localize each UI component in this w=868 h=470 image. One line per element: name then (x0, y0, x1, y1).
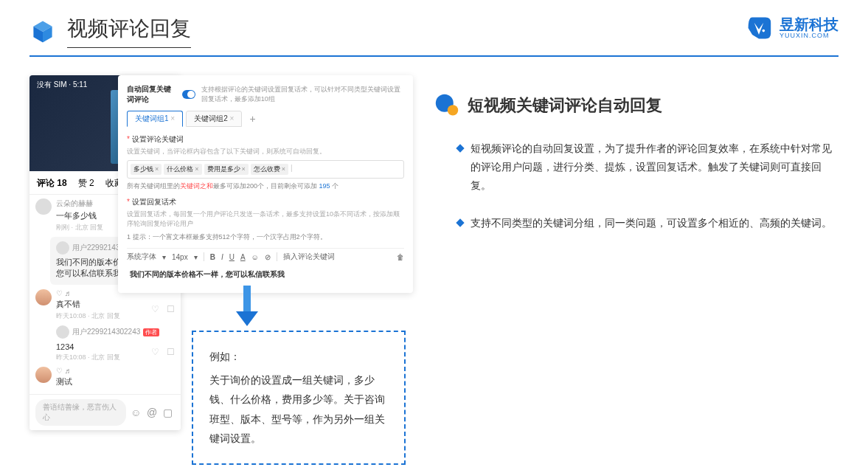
feature-item: 支持不同类型的关键词分组，同一类问题，可设置多个相近的、高频的关键词。 (457, 214, 839, 232)
svg-rect-1 (243, 286, 251, 311)
brand-logo-icon (746, 15, 772, 41)
feature-text: 支持不同类型的关键词分组，同一类问题，可设置多个相近的、高频的关键词。 (471, 214, 832, 232)
settings-panel: 自动回复关键词评论 支持根据评论的关键词设置回复话术，可以针对不同类型关键词设置… (118, 75, 413, 293)
like-icon[interactable]: ♡ (151, 304, 159, 314)
diamond-bullet-icon (456, 218, 464, 227)
avatar (35, 289, 52, 305)
mobile-input-bar: 善语结善缘，恶言伤人心 ☺ @ ▢ (29, 394, 181, 430)
avatar (35, 198, 52, 215)
reply-icon[interactable]: ☐ (167, 347, 175, 357)
example-title: 例如： (209, 347, 388, 367)
example-body: 关于询价的设置成一组关键词，多少钱、什么价格，费用多少等。关于咨询班型、版本、型… (209, 370, 388, 449)
font-size-select[interactable]: 14px (172, 253, 188, 261)
section-header: 短视频关键词评论自动回复 (435, 94, 839, 117)
feature-list: 短视频评论的自动回复设置，为了提升作者的评论回复效率，在系统中针对常见的评论用户… (435, 139, 839, 232)
keyword-group-tabs: 关键词组1 × 关键词组2 × + (127, 111, 404, 127)
clear-button[interactable]: ⊘ (265, 253, 271, 261)
svg-point-3 (448, 105, 458, 115)
diamond-bullet-icon (456, 144, 464, 152)
brand-text: 昱新科技 YUUXIN.COM (780, 16, 839, 40)
brand-name: 昱新科技 (780, 16, 839, 32)
keyword-field-desc: 设置关键词，当评论框内容包含了以下关键词，则系统可自动回复。 (127, 147, 404, 156)
keyword-field-label: 设置评论关键词 (127, 134, 404, 145)
example-callout: 例如： 关于询价的设置成一组关键词，多少钱、什么价格，费用多少等。关于咨询班型、… (192, 331, 406, 465)
switch-label: 自动回复关键词评论 (127, 84, 176, 105)
italic-button[interactable]: I (221, 253, 223, 261)
avatar (56, 325, 69, 339)
at-icon[interactable]: @ (147, 407, 159, 418)
insert-keyword-button[interactable]: 插入评论关键词 (283, 252, 335, 262)
page-title: 视频评论回复 (67, 15, 191, 48)
avatar (56, 241, 69, 255)
comment-text: 1234 (56, 342, 120, 351)
arrow-down-icon (236, 286, 258, 326)
brand-sub: YUUXIN.COM (780, 32, 839, 40)
keyword-tag-input[interactable]: 多少钱× 什么价格× 费用是多少× 怎么收费× | (127, 160, 404, 179)
comment-item: ♡ ♬ 真不错 昨天10:08 · 北京 回复 ♡☐ 用户22992143022… (35, 289, 175, 362)
auto-reply-toggle[interactable] (182, 90, 195, 99)
comment-item: ♡ ♬ 测试 (35, 367, 175, 389)
comment-meta: 昨天10:08 · 北京 回复 (56, 353, 120, 362)
reply-field-label: 设置回复话术 (127, 197, 404, 207)
page-header: 视频评论回复 昱新科技 YUUXIN.COM (0, 0, 868, 48)
image-icon[interactable]: ▢ (163, 407, 175, 418)
brand-logo: 昱新科技 YUUXIN.COM (746, 15, 839, 41)
header-left: 视频评论回复 (29, 15, 191, 48)
bold-button[interactable]: B (210, 253, 215, 261)
tab-likes[interactable]: 赞 2 (78, 177, 94, 190)
chat-bubble-icon (435, 94, 459, 117)
reply-editor[interactable]: 我们不同的版本价格不一样，您可以私信联系我 (127, 265, 404, 284)
comment-meta: 昨天10:08 · 北京 回复 (56, 311, 120, 321)
delete-button[interactable]: 🗑 (397, 253, 404, 261)
cube-icon (29, 18, 56, 45)
tab-keyword-group-2[interactable]: 关键词组2 × (186, 111, 242, 127)
switch-description: 支持根据评论的关键词设置回复话术，可以针对不同类型关键词设置回复话术，最多添加1… (201, 85, 404, 104)
keyword-tag: 费用是多少× (204, 164, 249, 175)
author-badge: 作者 (143, 328, 159, 336)
feature-item: 短视频评论的自动回复设置，为了提升作者的评论回复效率，在系统中针对常见的评论用户… (457, 139, 839, 196)
keyword-count-hint: 所有关键词组里的关键词之和最多可添加200个，目前剩余可添加 195 个 (127, 182, 404, 191)
comment-username: ♡ ♬ (56, 367, 175, 375)
emoji-icon[interactable]: ☺ (131, 407, 142, 418)
underline-button[interactable]: U (229, 253, 235, 261)
char-limit-hint: 1 提示：一个富文本框最多支持512个字符，一个汉字占用2个字符。 (127, 232, 404, 242)
comment-text: 测试 (56, 376, 175, 387)
like-icon[interactable]: ♡ (151, 347, 159, 357)
avatar (35, 367, 52, 383)
keyword-tag: 什么价格× (164, 164, 201, 175)
comment-text: 真不错 (56, 299, 120, 310)
add-group-button[interactable]: + (245, 113, 255, 125)
emoji-button[interactable]: ☺ (251, 253, 259, 261)
color-button[interactable]: A (240, 253, 246, 261)
reply-field-desc: 设置回复话术，每回复一个用户评论只发送一条话术，最多支持设置10条不同话术，按添… (127, 210, 404, 229)
feature-text: 短视频评论的自动回复设置，为了提升作者的评论回复效率，在系统中针对常见的评论用户… (471, 139, 839, 196)
section-title: 短视频关键词评论自动回复 (468, 94, 662, 117)
svg-point-0 (763, 30, 765, 32)
font-family-select[interactable]: 系统字体 (127, 252, 156, 262)
keyword-tag: 怎么收费× (251, 164, 288, 175)
keyword-tag: 多少钱× (131, 164, 162, 175)
comment-input[interactable]: 善语结善缘，恶言伤人心 (35, 399, 126, 426)
editor-toolbar: 系统字体▾ 14px▾ B I U A ☺ ⊘ 插入评论关键词 🗑 (127, 248, 404, 265)
tab-comments[interactable]: 评论 18 (37, 177, 67, 190)
reply-username: 用户2299214302243 (72, 327, 140, 337)
tab-keyword-group-1[interactable]: 关键词组1 × (127, 111, 183, 127)
reply-icon[interactable]: ☐ (167, 304, 175, 314)
